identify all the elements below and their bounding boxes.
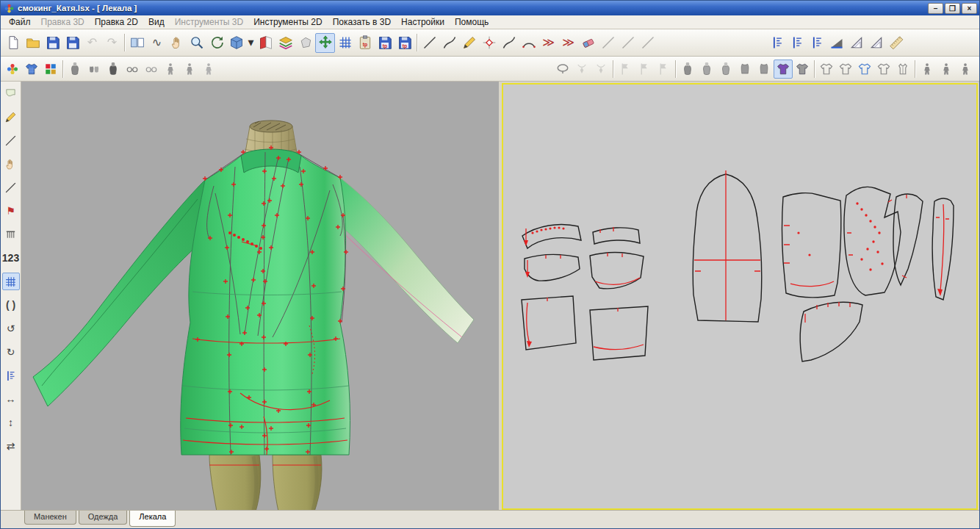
menu-edit-3d[interactable]: Правка 3D bbox=[36, 15, 90, 29]
pin-button[interactable]: ⚑ bbox=[2, 202, 20, 220]
multi-notch-tool-button[interactable]: ≫ bbox=[558, 33, 578, 53]
fabric-pattern-button[interactable] bbox=[22, 60, 41, 79]
diagonal-line-button[interactable] bbox=[2, 179, 20, 196]
copy-template-button[interactable] bbox=[355, 33, 375, 53]
tshirt-2-button[interactable] bbox=[836, 60, 855, 79]
mannequin-link-button[interactable] bbox=[142, 60, 161, 79]
grid-button[interactable] bbox=[2, 273, 20, 290]
figure-2-button[interactable] bbox=[180, 60, 199, 79]
align-ruler-3-button[interactable] bbox=[807, 33, 826, 53]
set-square-tool-button[interactable] bbox=[846, 33, 866, 53]
torso-1-button[interactable] bbox=[735, 60, 754, 79]
align-ruler-2-button[interactable] bbox=[787, 33, 807, 53]
open-file-button[interactable] bbox=[23, 33, 43, 53]
freehand-line-button[interactable] bbox=[2, 132, 20, 149]
mannequin-pair-button[interactable] bbox=[84, 60, 104, 79]
minimize-button[interactable]: – bbox=[928, 3, 943, 14]
torso-2-button[interactable] bbox=[754, 60, 774, 79]
menu-edit-2d[interactable]: Правка 2D bbox=[90, 15, 143, 29]
pencil-tool-button[interactable] bbox=[459, 33, 479, 53]
rotate-ccw-button[interactable]: ↺ bbox=[2, 320, 20, 337]
pencil-button[interactable] bbox=[2, 108, 20, 126]
corner-curve-tool-button[interactable] bbox=[499, 33, 519, 53]
set-square-tool-2-button[interactable] bbox=[866, 33, 886, 53]
area-tool-button[interactable] bbox=[826, 33, 846, 53]
split-view-button[interactable] bbox=[127, 33, 147, 53]
render-settings-button[interactable] bbox=[3, 60, 22, 79]
tshirt-4-button[interactable] bbox=[874, 60, 893, 79]
hand-page-button[interactable] bbox=[2, 155, 20, 173]
tab-patterns[interactable]: Лекала bbox=[129, 511, 176, 527]
collar-tool-button[interactable] bbox=[553, 60, 572, 79]
bracket-curve-button[interactable]: ( ) bbox=[2, 296, 20, 314]
mannequin-dark-button[interactable] bbox=[104, 60, 123, 79]
menu-show-in-3d[interactable]: Показать в 3D bbox=[328, 15, 396, 29]
body-2-button[interactable] bbox=[937, 60, 956, 79]
pattern-piece-2[interactable] bbox=[593, 227, 640, 244]
close-button[interactable]: × bbox=[962, 3, 977, 14]
zoom-tool-button[interactable] bbox=[187, 33, 206, 53]
pattern-piece-12[interactable] bbox=[800, 302, 862, 361]
pattern-piece-3[interactable] bbox=[525, 254, 580, 281]
tshirt-3-button[interactable] bbox=[855, 60, 874, 79]
horizontal-arrows-button[interactable]: ↔ bbox=[2, 390, 20, 408]
menu-tools-3d[interactable]: Инструменты 3D bbox=[170, 15, 249, 29]
rotate-cw-button[interactable]: ↻ bbox=[2, 343, 20, 361]
comb-button[interactable] bbox=[2, 226, 20, 243]
garment-purple-button[interactable] bbox=[774, 60, 793, 79]
show-red-view-button[interactable] bbox=[256, 33, 275, 53]
rotate-view-button[interactable] bbox=[206, 33, 226, 53]
new-file-button[interactable] bbox=[3, 33, 23, 53]
3d-view-canvas[interactable] bbox=[21, 82, 499, 511]
arc-tool-button[interactable] bbox=[519, 33, 538, 53]
swap-arrows-button[interactable]: ⇄ bbox=[2, 437, 20, 455]
view-3d-button[interactable] bbox=[226, 33, 246, 53]
mannequin-front-button[interactable] bbox=[65, 60, 84, 79]
point-tool-button[interactable] bbox=[479, 33, 499, 53]
pattern-piece-10[interactable] bbox=[893, 194, 923, 285]
grid-snap-button[interactable] bbox=[335, 33, 355, 53]
3d-view-panel[interactable] bbox=[21, 82, 499, 511]
body-1-button[interactable] bbox=[918, 60, 937, 79]
vertical-measure-button[interactable] bbox=[2, 367, 20, 384]
pattern-piece-5[interactable] bbox=[522, 296, 576, 350]
menu-tools-2d[interactable]: Инструменты 2D bbox=[248, 15, 328, 29]
menu-file[interactable]: Файл bbox=[4, 15, 36, 29]
vertical-arrows-button[interactable]: ↕ bbox=[2, 414, 20, 431]
tab-clothing[interactable]: Одежда bbox=[79, 511, 128, 525]
pattern-piece-9[interactable] bbox=[844, 187, 901, 295]
color-palette-button[interactable] bbox=[41, 60, 60, 79]
figure-1-button[interactable] bbox=[161, 60, 180, 79]
pan-tool-button[interactable] bbox=[167, 33, 187, 53]
mannequin-stand-2-button[interactable] bbox=[697, 60, 716, 79]
line-tool-button[interactable] bbox=[419, 33, 439, 53]
mannequin-glasses-button[interactable] bbox=[123, 60, 142, 79]
menu-settings[interactable]: Настройки bbox=[396, 15, 450, 29]
restore-button[interactable]: ❐ bbox=[945, 3, 960, 14]
pattern-piece-6[interactable] bbox=[590, 306, 648, 360]
tshirt-1-button[interactable] bbox=[817, 60, 836, 79]
move-tool-button[interactable] bbox=[315, 33, 335, 53]
save-copy-button[interactable] bbox=[62, 33, 82, 53]
menu-help[interactable]: Помощь bbox=[450, 15, 494, 29]
eraser-tool-button[interactable] bbox=[578, 33, 598, 53]
polygon-tool-button[interactable] bbox=[295, 33, 315, 53]
mannequin-stand-3-button[interactable] bbox=[716, 60, 735, 79]
align-ruler-1-button[interactable] bbox=[767, 33, 787, 53]
hook-tool-button[interactable]: ∿ bbox=[147, 33, 167, 53]
body-3-button[interactable] bbox=[956, 60, 975, 79]
menu-view[interactable]: Вид bbox=[143, 15, 170, 29]
numbers-button[interactable]: 123 bbox=[2, 249, 20, 267]
save-template-button[interactable] bbox=[375, 33, 394, 53]
pattern-piece-11[interactable] bbox=[932, 198, 954, 300]
mannequin-stand-1-button[interactable] bbox=[678, 60, 697, 79]
show-colored-view-button[interactable] bbox=[275, 33, 295, 53]
save-file-button[interactable] bbox=[43, 33, 62, 53]
notch-tool-button[interactable]: ≫ bbox=[538, 33, 558, 53]
curve-tool-button[interactable] bbox=[439, 33, 459, 53]
tab-mannequin[interactable]: Манекен bbox=[24, 511, 76, 525]
figure-3-button[interactable] bbox=[199, 60, 218, 79]
garment-gray-button[interactable] bbox=[793, 60, 812, 79]
view-3d-dropdown-button[interactable]: ▾ bbox=[246, 33, 256, 53]
pattern-piece-7[interactable] bbox=[693, 170, 762, 322]
